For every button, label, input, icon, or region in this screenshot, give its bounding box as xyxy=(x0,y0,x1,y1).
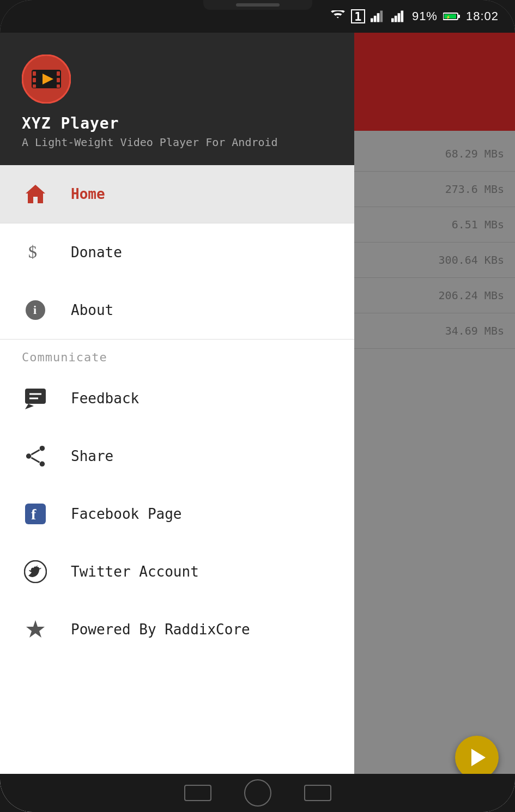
recents-button[interactable] xyxy=(304,785,331,801)
main-content: 68.29 MBs 273.6 MBs 6.51 MBs 300.64 KBs … xyxy=(0,33,515,812)
svg-rect-15 xyxy=(33,78,36,82)
menu-item-share[interactable]: Share xyxy=(0,427,354,485)
feedback-icon xyxy=(22,385,49,412)
file-item: 206.24 MBs xyxy=(346,278,515,313)
menu-item-twitter[interactable]: Twitter Account xyxy=(0,543,354,601)
svg-rect-18 xyxy=(57,78,60,82)
star-icon xyxy=(22,616,49,643)
file-size-5: 206.24 MBs xyxy=(357,289,504,302)
app-subtitle: A Light-Weight Video Player For Android xyxy=(22,136,278,149)
menu-item-powered[interactable]: Powered By RaddixCore xyxy=(0,601,354,658)
svg-text:⚡: ⚡ xyxy=(446,15,451,20)
svg-text:i: i xyxy=(33,303,37,317)
svg-point-29 xyxy=(40,446,45,451)
svg-point-30 xyxy=(40,462,45,467)
menu-label-feedback: Feedback xyxy=(71,390,139,407)
file-item: 273.6 MBs xyxy=(346,172,515,207)
svg-rect-2 xyxy=(377,13,380,22)
wifi-icon xyxy=(330,10,346,22)
back-button[interactable] xyxy=(184,785,211,801)
facebook-icon: f xyxy=(22,500,49,528)
svg-rect-5 xyxy=(395,16,397,22)
menu-label-donate: Donate xyxy=(71,244,122,260)
svg-text:f: f xyxy=(31,506,37,523)
status-time: 18:02 xyxy=(466,9,499,23)
svg-point-31 xyxy=(26,453,32,459)
signal2-icon xyxy=(391,10,407,22)
communicate-title: Communicate xyxy=(22,350,107,364)
menu-label-facebook: Facebook Page xyxy=(71,506,182,522)
menu-label-powered: Powered By RaddixCore xyxy=(71,621,250,638)
menu-label-home: Home xyxy=(71,186,105,202)
signal-icon xyxy=(371,10,386,22)
share-icon xyxy=(22,443,49,470)
menu-item-about[interactable]: i About xyxy=(0,281,354,339)
menu-label-share: Share xyxy=(71,448,113,464)
screen: 1 91% xyxy=(0,0,515,812)
home-button[interactable] xyxy=(244,779,271,807)
menu-item-home[interactable]: Home xyxy=(0,165,354,223)
file-size-2: 273.6 MBs xyxy=(357,183,504,196)
svg-rect-4 xyxy=(391,19,394,22)
notch-bar xyxy=(203,0,312,10)
svg-rect-0 xyxy=(371,19,373,22)
svg-rect-6 xyxy=(398,13,401,22)
fab-play-icon xyxy=(471,749,486,766)
drawer-header: XYZ Player A Light-Weight Video Player F… xyxy=(0,33,354,165)
info-icon: i xyxy=(22,296,49,324)
menu-item-donate[interactable]: $ Donate xyxy=(0,223,354,281)
svg-rect-19 xyxy=(57,84,60,88)
menu-item-facebook[interactable]: f Facebook Page xyxy=(0,485,354,543)
svg-marker-26 xyxy=(25,404,34,409)
svg-rect-25 xyxy=(25,389,46,404)
file-size-3: 6.51 MBs xyxy=(357,218,504,231)
svg-rect-3 xyxy=(380,11,383,22)
svg-rect-17 xyxy=(57,71,60,76)
file-item: 34.69 MBs xyxy=(346,313,515,349)
app-title: XYZ Player xyxy=(22,114,119,132)
navigation-drawer: XYZ Player A Light-Weight Video Player F… xyxy=(0,33,354,812)
svg-text:$: $ xyxy=(28,242,37,262)
menu-label-twitter: Twitter Account xyxy=(71,563,199,580)
menu-item-feedback[interactable]: Feedback xyxy=(0,369,354,427)
app-logo xyxy=(22,54,71,104)
status-icons: 1 91% xyxy=(330,9,499,23)
file-size-4: 300.64 KBs xyxy=(357,253,504,266)
svg-rect-16 xyxy=(33,84,36,88)
play-fab-button[interactable] xyxy=(455,736,499,779)
file-item: 6.51 MBs xyxy=(346,207,515,243)
notch-dots xyxy=(236,3,280,7)
svg-rect-1 xyxy=(374,16,377,22)
svg-line-33 xyxy=(31,458,39,463)
file-item: 68.29 MBs xyxy=(346,136,515,172)
home-icon xyxy=(22,180,49,208)
right-top-bar xyxy=(346,33,515,131)
notification-icon: 1 xyxy=(351,9,365,23)
svg-rect-9 xyxy=(458,15,460,18)
phone-frame: 1 91% xyxy=(0,0,515,812)
twitter-icon xyxy=(22,558,49,585)
svg-rect-14 xyxy=(33,71,36,76)
svg-rect-7 xyxy=(401,11,403,22)
svg-line-32 xyxy=(31,450,39,455)
menu-label-about: About xyxy=(71,302,113,318)
svg-marker-21 xyxy=(26,185,45,203)
right-panel: 68.29 MBs 273.6 MBs 6.51 MBs 300.64 KBs … xyxy=(346,33,515,812)
file-size-1: 68.29 MBs xyxy=(357,147,504,160)
communicate-section-header: Communicate xyxy=(0,340,354,369)
dollar-icon: $ xyxy=(22,239,49,266)
file-list: 68.29 MBs 273.6 MBs 6.51 MBs 300.64 KBs … xyxy=(346,131,515,812)
battery-text: 91% xyxy=(412,9,438,23)
bottom-nav-bar xyxy=(0,774,515,812)
battery-icon: ⚡ xyxy=(443,11,461,22)
file-size-6: 34.69 MBs xyxy=(357,324,504,337)
svg-marker-37 xyxy=(26,620,45,638)
file-item: 300.64 KBs xyxy=(346,243,515,278)
